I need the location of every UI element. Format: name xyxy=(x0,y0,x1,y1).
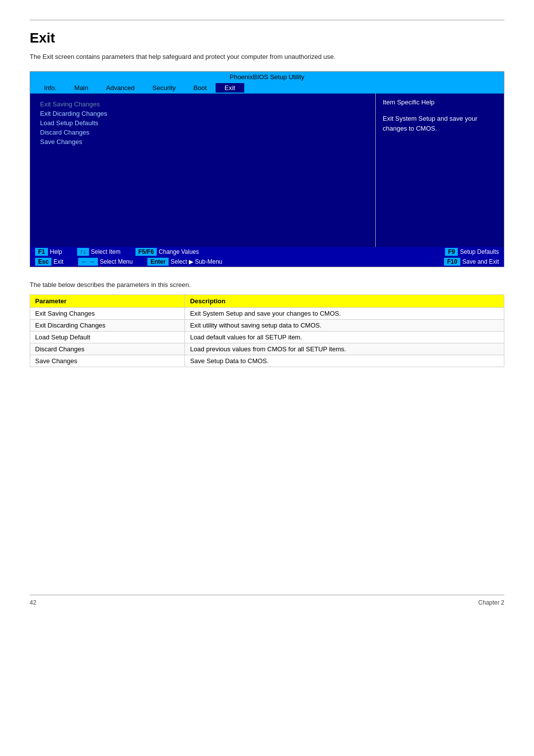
page-footer: 42 Chapter 2 xyxy=(30,595,504,606)
key-f9: F9 xyxy=(445,248,458,256)
nav-boot[interactable]: Boot xyxy=(184,83,216,93)
label-help: Help xyxy=(50,248,62,255)
cell-param: Load Setup Default xyxy=(30,331,185,343)
bios-help-panel: Item Specific Help Exit System Setup and… xyxy=(375,94,504,247)
help-title: Item Specific Help xyxy=(383,98,497,106)
table-row: Discard ChangesLoad previous values from… xyxy=(30,343,504,355)
label-select-item: Select Item xyxy=(91,248,121,255)
bios-nav: Info. Main Advanced Security Boot Exit xyxy=(30,82,504,94)
key-f5f6: F5/F6 xyxy=(135,248,157,256)
cell-param: Save Changes xyxy=(30,355,185,367)
below-text: The table below describes the parameters… xyxy=(30,281,504,288)
footer-f5f6: F5/F6 Change Values xyxy=(135,248,199,256)
footer-f10: F10 Save and Exit xyxy=(444,258,499,266)
key-arrows: ↑↓ xyxy=(77,248,89,256)
label-save-exit: Save and Exit xyxy=(462,258,499,265)
nav-main[interactable]: Main xyxy=(65,83,97,93)
bios-body: Exit Saving Changes Exit Dicarding Chang… xyxy=(30,94,504,247)
menu-item-discard-changes[interactable]: Discard Changes xyxy=(38,128,367,137)
cell-param: Discard Changes xyxy=(30,343,185,355)
menu-item-exit-saving[interactable]: Exit Saving Changes xyxy=(38,99,367,109)
footer-esc: Esc Exit xyxy=(35,258,63,266)
bios-main-panel: Exit Saving Changes Exit Dicarding Chang… xyxy=(30,94,375,247)
label-select-menu: Select Menu xyxy=(100,258,133,265)
parameter-table: Parameter Description Exit Saving Change… xyxy=(30,294,504,367)
cell-param: Exit Saving Changes xyxy=(30,308,185,320)
key-f1: F1 xyxy=(35,248,48,256)
cell-desc: Exit utility without saving setup data t… xyxy=(185,320,504,331)
page-title: Exit xyxy=(30,30,504,46)
table-row: Exit Discarding ChangesExit utility with… xyxy=(30,320,504,331)
page-number: 42 xyxy=(30,599,36,606)
chapter-label: Chapter 2 xyxy=(478,599,504,606)
cell-param: Exit Discarding Changes xyxy=(30,320,185,331)
footer-arrows: ↑↓ Select Item xyxy=(77,248,121,256)
footer-enter: Enter Select ▶ Sub-Menu xyxy=(147,258,222,266)
cell-desc: Save Setup Data to CMOS. xyxy=(185,355,504,367)
bios-screen: PhoenixBIOS Setup Utility Info. Main Adv… xyxy=(30,71,504,267)
key-f10: F10 xyxy=(444,258,460,266)
bios-footer-row2: Esc Exit ← → Select Menu Enter Select ▶ … xyxy=(35,257,499,267)
table-header-row: Parameter Description xyxy=(30,295,504,308)
footer-f1: F1 Help xyxy=(35,248,62,256)
footer-lr-arrows: ← → Select Menu xyxy=(78,258,133,266)
nav-info[interactable]: Info. xyxy=(35,83,65,93)
menu-item-save-changes[interactable]: Save Changes xyxy=(38,137,367,146)
key-enter: Enter xyxy=(147,258,169,266)
col-header-description: Description xyxy=(185,295,504,308)
cell-desc: Exit System Setup and save your changes … xyxy=(185,308,504,320)
menu-item-exit-discarding[interactable]: Exit Dicarding Changes xyxy=(38,109,367,118)
label-exit: Exit xyxy=(53,258,63,265)
nav-advanced[interactable]: Advanced xyxy=(97,83,143,93)
cell-desc: Load previous values from CMOS for all S… xyxy=(185,343,504,355)
footer-f9: F9 Setup Defaults xyxy=(445,248,499,256)
label-setup-defaults: Setup Defaults xyxy=(460,248,499,255)
col-header-parameter: Parameter xyxy=(30,295,185,308)
bios-title-bar: PhoenixBIOS Setup Utility xyxy=(30,72,504,82)
label-select-submenu: Select ▶ Sub-Menu xyxy=(171,258,222,265)
bios-footer-row1: F1 Help ↑↓ Select Item F5/F6 Change Valu… xyxy=(35,247,499,257)
menu-item-load-defaults[interactable]: Load Setup Defaults xyxy=(38,118,367,128)
nav-exit[interactable]: Exit xyxy=(216,83,244,93)
table-row: Load Setup DefaultLoad default values fo… xyxy=(30,331,504,343)
nav-security[interactable]: Security xyxy=(143,83,184,93)
help-text: Exit System Setup and save your changes … xyxy=(383,114,497,133)
intro-text: The Exit screen contains parameters that… xyxy=(30,53,504,60)
key-lr-arrows: ← → xyxy=(78,258,97,266)
table-row: Exit Saving ChangesExit System Setup and… xyxy=(30,308,504,320)
key-esc: Esc xyxy=(35,258,51,266)
cell-desc: Load default values for all SETUP item. xyxy=(185,331,504,343)
top-divider xyxy=(30,20,504,20)
label-change-values: Change Values xyxy=(159,248,199,255)
table-row: Save ChangesSave Setup Data to CMOS. xyxy=(30,355,504,367)
